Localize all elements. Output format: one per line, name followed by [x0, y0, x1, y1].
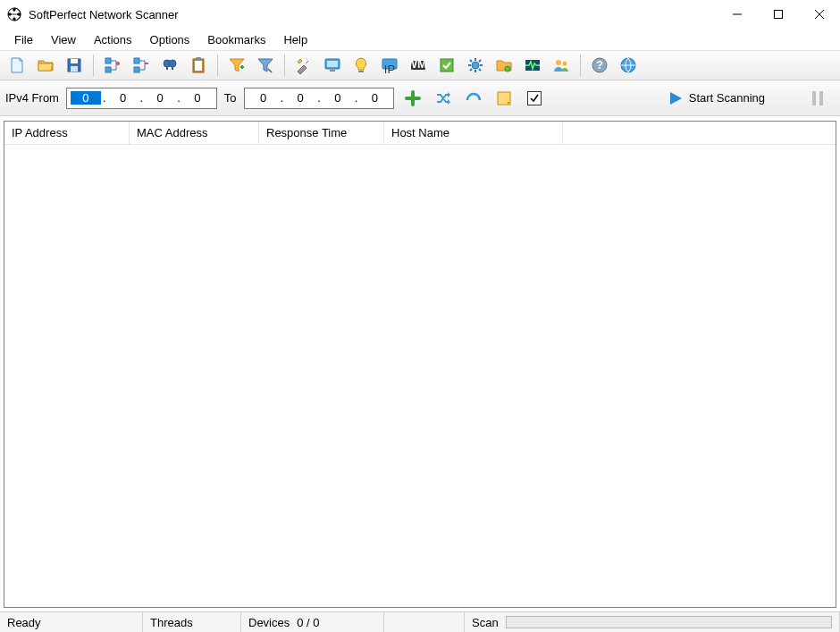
col-response-time[interactable]: Response Time	[259, 122, 384, 144]
ip-from-octet-3[interactable]: 0	[145, 91, 175, 105]
status-scan-label: Scan	[472, 616, 499, 629]
menu-bar: File View Actions Options Bookmarks Help	[0, 29, 840, 50]
status-devices-label: Devices	[248, 616, 290, 629]
ip-from-octet-2[interactable]: 0	[108, 91, 139, 105]
menu-file[interactable]: File	[5, 30, 42, 49]
svg-text:IP: IP	[384, 63, 395, 74]
filter-add-icon[interactable]	[225, 54, 248, 77]
svg-text:WMI: WMI	[409, 57, 427, 71]
save-icon[interactable]	[63, 54, 86, 77]
main-toolbar: IP WMI ?	[0, 50, 840, 80]
ip-range-bar: IPv4 From 0. 0. 0. 0 To 0. 0. 0. 0 Start…	[0, 80, 840, 116]
svg-text:?: ?	[596, 58, 603, 72]
settings-gear-icon[interactable]	[464, 54, 487, 77]
minimize-button[interactable]	[717, 0, 758, 29]
auto-detect-icon[interactable]	[462, 87, 485, 110]
title-bar: SoftPerfect Network Scanner	[0, 0, 840, 29]
svg-point-28	[505, 66, 510, 72]
svg-rect-16	[195, 61, 202, 71]
menu-help[interactable]: Help	[274, 30, 316, 49]
collapse-tree-icon[interactable]	[130, 54, 153, 77]
svg-point-14	[169, 60, 176, 67]
svg-point-27	[472, 62, 479, 69]
ip-from-input[interactable]: 0. 0. 0. 0	[66, 88, 217, 109]
help-icon[interactable]: ?	[588, 54, 611, 77]
ipv4-from-label: IPv4 From	[5, 91, 59, 105]
svg-rect-19	[327, 61, 338, 67]
svg-rect-21	[358, 71, 364, 72]
svg-rect-37	[819, 91, 823, 105]
start-scanning-button[interactable]: Start Scanning	[660, 88, 772, 108]
shuffle-icon[interactable]	[432, 87, 455, 110]
ip-to-label: To	[224, 91, 237, 105]
svg-rect-9	[105, 58, 111, 63]
pause-button[interactable]	[806, 87, 829, 110]
play-icon	[668, 90, 684, 106]
monitor-icon[interactable]	[321, 54, 344, 77]
ip-to-octet-2[interactable]: 0	[285, 91, 315, 105]
expand-tree-icon[interactable]	[101, 54, 124, 77]
col-host-name[interactable]: Host Name	[384, 122, 563, 144]
col-ip-address[interactable]: IP Address	[4, 122, 130, 144]
window-title: SoftPerfect Network Scanner	[29, 8, 179, 21]
ip-to-input[interactable]: 0. 0. 0. 0	[244, 88, 395, 109]
actions-icon[interactable]	[435, 54, 458, 77]
svg-point-30	[556, 60, 561, 65]
ip-to-octet-3[interactable]: 0	[323, 91, 353, 105]
web-icon[interactable]	[617, 54, 640, 77]
status-devices-value: 0 / 0	[297, 616, 319, 629]
new-file-icon[interactable]	[5, 54, 29, 77]
ip-to-octet-1[interactable]: 0	[248, 91, 279, 105]
status-devices: Devices 0 / 0	[241, 612, 384, 632]
close-button[interactable]	[799, 0, 840, 29]
col-mac-address[interactable]: MAC Address	[130, 122, 259, 144]
clipboard-icon[interactable]	[187, 54, 210, 77]
status-bar: Ready Threads Devices 0 / 0 Scan	[0, 611, 840, 632]
svg-rect-36	[812, 91, 816, 105]
svg-rect-11	[134, 58, 139, 63]
note-icon[interactable]	[492, 87, 516, 110]
start-scanning-label: Start Scanning	[689, 91, 765, 105]
add-range-icon[interactable]	[401, 87, 424, 110]
find-icon[interactable]	[158, 54, 181, 77]
scan-progress-bar	[506, 616, 832, 628]
wmi-icon[interactable]: WMI	[407, 54, 430, 77]
menu-bookmarks[interactable]: Bookmarks	[198, 30, 274, 49]
hint-icon[interactable]	[349, 54, 373, 77]
svg-rect-26	[441, 59, 453, 72]
checkbox-toggle[interactable]	[523, 87, 546, 110]
svg-rect-12	[134, 67, 139, 72]
svg-rect-10	[105, 67, 111, 72]
svg-rect-5	[775, 11, 783, 19]
svg-point-31	[563, 62, 567, 66]
menu-actions[interactable]: Actions	[85, 30, 141, 49]
app-icon	[7, 7, 21, 21]
users-icon[interactable]	[550, 54, 573, 77]
svg-rect-8	[71, 66, 78, 72]
status-ready: Ready	[0, 612, 143, 632]
svg-rect-20	[330, 70, 335, 72]
shared-folder-icon[interactable]	[492, 54, 516, 77]
results-table[interactable]: IP Address MAC Address Response Time Hos…	[4, 121, 836, 608]
open-folder-icon[interactable]	[34, 54, 57, 77]
status-scan: Scan	[465, 612, 840, 632]
ip-to-octet-4[interactable]: 0	[359, 91, 390, 105]
maximize-button[interactable]	[758, 0, 799, 29]
ip-from-octet-4[interactable]: 0	[182, 91, 213, 105]
status-threads-label: Threads	[143, 612, 241, 632]
ip-icon[interactable]: IP	[378, 54, 401, 77]
activity-icon[interactable]	[521, 54, 544, 77]
svg-rect-17	[196, 57, 201, 61]
ip-from-octet-1[interactable]: 0	[71, 91, 101, 105]
tools-icon[interactable]	[292, 54, 315, 77]
filter-icon[interactable]	[254, 54, 277, 77]
menu-view[interactable]: View	[42, 30, 85, 49]
table-body	[4, 145, 836, 607]
table-header: IP Address MAC Address Response Time Hos…	[4, 122, 836, 145]
svg-rect-7	[71, 59, 78, 63]
menu-options[interactable]: Options	[141, 30, 199, 49]
